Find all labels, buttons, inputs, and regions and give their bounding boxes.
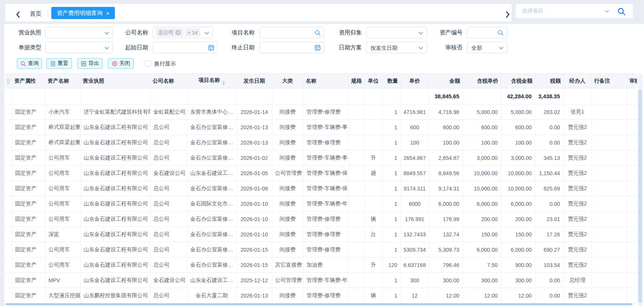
expense-collection-select[interactable] (366, 27, 427, 38)
sort-icon[interactable] (222, 81, 225, 85)
table-row[interactable]: 固定资产公司用车山东金石建设工程有限公司总公司金石办公室装修…2026-01-0… (5, 181, 637, 196)
cell-tax-price: 300.00 (463, 273, 501, 288)
table-row[interactable]: 固定资产桥式双梁起重机山东金石建设工程有限公司总公司金石办公室装修…2026-0… (5, 120, 637, 135)
start-date-input[interactable] (153, 42, 218, 53)
column-header-tax-price[interactable]: 含税单价 (463, 74, 501, 88)
column-header-spec[interactable]: 规格 (348, 74, 364, 88)
column-header-asset-name[interactable]: 资产名称 (45, 74, 80, 88)
table-row[interactable]: 固定资产公司用车山东金石建设工程有限公司总公司金石办公室装修…2026-01-1… (5, 212, 637, 227)
table-row[interactable]: 固定资产小米汽车济宁金虹装配式建筑科技有限公司金虹装配公司东营市奥体中心…202… (5, 104, 637, 120)
calendar-icon[interactable] (314, 44, 321, 51)
table-row[interactable]: 固定资产公司用车山东金石建设工程有限公司总公司金石办公室装修…2026-01-0… (5, 150, 637, 166)
cell-row-remark (592, 104, 627, 120)
column-header-license[interactable]: 营业执照 (80, 74, 150, 88)
table-row[interactable]: 固定资产公司用车山东金石建设工程有限公司总公司金石办公室装修…2026-01-1… (5, 257, 637, 273)
column-header-audit[interactable]: 审核否 (627, 74, 637, 88)
column-header-row-remark[interactable]: 行备注 (592, 74, 627, 88)
column-header-gutter[interactable] (5, 74, 12, 88)
asset-code-input[interactable] (467, 27, 507, 38)
cell-audit (627, 288, 637, 303)
column-header-price[interactable]: 单价 (400, 74, 429, 88)
search-icon[interactable] (497, 29, 504, 36)
cell-license: 济宁金虹装配式建筑科技有限公司 (80, 104, 150, 120)
column-header-asset-attr[interactable]: 资产属性 (12, 74, 45, 88)
column-header-label: 含税金额 (511, 78, 533, 84)
calendar-icon[interactable] (208, 44, 214, 51)
cell-spec (348, 242, 364, 257)
tag-close-icon[interactable]: × (175, 30, 181, 35)
cell-asset-attr: 固定资产 (12, 227, 45, 242)
table-row[interactable]: 固定资产深蓝山东金石建设工程有限公司总公司金石办公室装修…2026-01-10间… (5, 227, 637, 242)
cell-date: 2026-01-13 (237, 135, 272, 150)
column-header-qty[interactable]: 数量 (382, 74, 400, 88)
cell-tax-amount: 5,000.00 (501, 104, 535, 120)
horizontal-scrollbar-thumb[interactable] (5, 303, 633, 305)
date-scheme-select[interactable]: 按发生日期 (366, 42, 427, 53)
wrap-display-checkbox[interactable] (145, 60, 151, 67)
cell-project: 金石国际文化市… (187, 196, 237, 212)
column-header-name[interactable]: 名称 (303, 74, 348, 88)
search-icon (20, 61, 26, 67)
cell-name: 管理费-车辆费-保 (303, 181, 348, 196)
audit-status-select[interactable]: 全部 (467, 42, 507, 53)
business-license-select[interactable] (45, 27, 113, 38)
summary-row[interactable]: 38,845.6542,284.003,438.35 (5, 88, 637, 104)
column-header-tax-amount[interactable]: 含税金额 (501, 74, 535, 88)
chevron-down-icon (105, 32, 109, 35)
project-select[interactable]: 选择项目 (515, 4, 633, 18)
cell-date: 2025-12-12 (237, 273, 272, 288)
reset-button[interactable]: 重置 (46, 58, 72, 69)
tab-close-icon[interactable]: × (106, 10, 110, 16)
cell-row-remark (592, 150, 627, 166)
global-search-icon[interactable] (617, 7, 626, 16)
tabs-scroll-left-icon[interactable] (15, 11, 21, 18)
tabs-scroll-right-icon[interactable] (505, 11, 510, 18)
cell-project: 金石大厦二期 (187, 288, 237, 303)
cell-category: 间接费 (272, 181, 303, 196)
table-row[interactable]: 固定资产公司用车山东金石建设工程有限公司总公司金石办公室装修…2026-01-1… (5, 242, 637, 257)
cell-qty: 120 (382, 257, 400, 273)
column-header-tax[interactable]: 税额 (535, 74, 563, 88)
search-icon[interactable] (314, 29, 321, 36)
cell-project: 金石办公室装修… (187, 150, 237, 166)
query-button[interactable]: 查询 (17, 58, 42, 69)
project-name-input[interactable] (260, 27, 324, 38)
end-date-input[interactable] (260, 42, 324, 53)
audit-status-value: 全部 (471, 44, 482, 52)
cell-category: 间接费 (272, 135, 303, 150)
export-button[interactable]: 导出 (77, 58, 103, 69)
start-date-label: 起始日期 (118, 42, 148, 53)
drag-handle-icon[interactable] (7, 78, 10, 84)
table-row[interactable]: 固定资产公司用车山东金石建设工程有限公司总公司金石国际文化市…2026-01-1… (5, 196, 637, 212)
column-header-amount[interactable]: 金额 (429, 74, 463, 88)
cell-qty: 1 (382, 120, 400, 135)
tag-more-count[interactable]: + 14 (185, 28, 200, 37)
tab-asset-expense-query[interactable]: 资产费用明细查询 × (51, 7, 115, 19)
cell-gutter (5, 273, 12, 288)
document-type-select[interactable] (45, 42, 113, 53)
tab-home[interactable]: 首页 (30, 10, 41, 18)
column-header-project[interactable]: 项目名称 (187, 74, 237, 88)
table-row[interactable]: 固定资产MPV山东金石建设工程有限公司金石建设公司山东金石建设工…2025-12… (5, 273, 637, 288)
cell-company: 总公司 (150, 150, 187, 166)
cell-row-remark (592, 88, 627, 104)
column-header-label: 税额 (550, 78, 561, 84)
chevron-down-icon (418, 47, 423, 50)
close-button[interactable]: 关闭 (108, 58, 134, 69)
vertical-scrollbar-thumb[interactable] (638, 90, 642, 303)
table-row[interactable]: 固定资产桥式双梁起重机山东金石建设工程有限公司总公司金石办公室装修…2026-0… (5, 135, 637, 150)
table-row[interactable]: 固定资产公司用车山东金石建设工程有限公司金石建设公司山东金石建设工…2026-0… (5, 166, 637, 181)
column-header-category[interactable]: 大类 (272, 74, 303, 88)
company-name-select[interactable]: 总公司× + 14 (153, 27, 213, 38)
column-header-unit[interactable]: 单位 (364, 74, 382, 88)
cell-date: 2026-01-14 (237, 104, 272, 120)
column-header-company[interactable]: 公司名称 (150, 74, 187, 88)
column-header-date[interactable]: 发生日期 (237, 74, 272, 88)
vertical-scrollbar[interactable] (638, 73, 642, 306)
table-row[interactable]: 固定资产大型液压挖掘机山东鹏程控股集团有限公司总公司金石大厦二期2026-01-… (5, 288, 637, 303)
column-header-handler[interactable]: 经办人 (563, 74, 592, 88)
cell-qty: 1 (382, 135, 400, 150)
cell-asset-name: 深蓝 (45, 227, 80, 242)
cell-name: 管理费-车辆费-年 (303, 273, 348, 288)
cell-unit (364, 273, 382, 288)
